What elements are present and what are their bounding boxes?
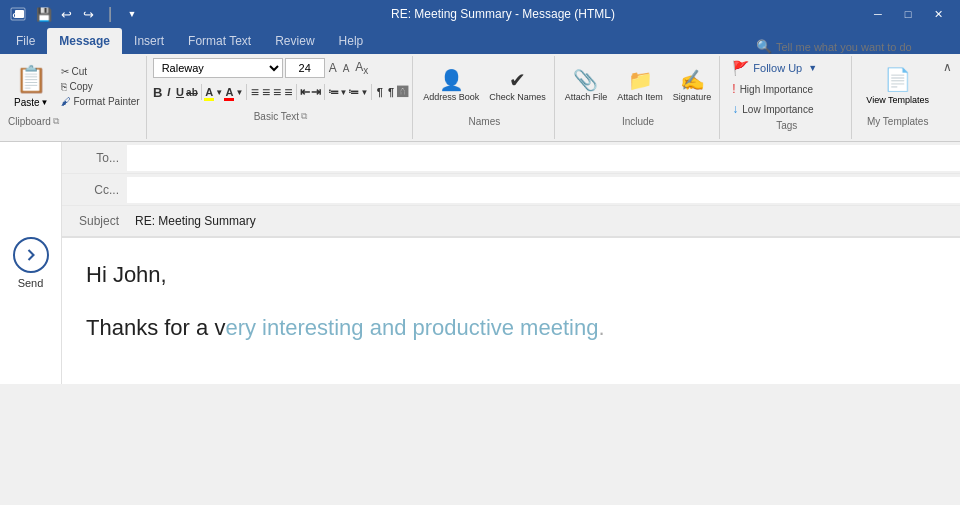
follow-up-dropdown[interactable]: ▼ (808, 63, 817, 73)
quick-access-toolbar: 💾 ↩ ↪ | ▼ (34, 4, 142, 24)
signature-icon: ✍ (680, 70, 705, 90)
cc-input[interactable] (127, 177, 960, 203)
check-names-icon: ✔ (509, 70, 526, 90)
check-names-label: Check Names (489, 92, 546, 102)
names-label: Names (419, 114, 550, 128)
copy-button[interactable]: ⎘ Copy (59, 80, 142, 93)
email-body[interactable]: Hi John, Thanks for a very interesting a… (62, 238, 960, 384)
highlight-bar (204, 98, 214, 101)
paste-dropdown-icon[interactable]: ▼ (41, 98, 49, 107)
clear-all-format-btn[interactable]: Ax (353, 58, 370, 78)
high-importance-label: High Importance (740, 84, 813, 95)
align-center-btn[interactable]: ≡ (261, 82, 271, 102)
basic-text-expander[interactable]: ⧉ (301, 111, 307, 122)
clear-format-btn[interactable]: 🅰 (397, 82, 408, 102)
underline-button[interactable]: U (175, 82, 185, 102)
low-importance-icon: ↓ (732, 102, 738, 116)
follow-up-button[interactable]: 🚩 Follow Up ▼ (726, 58, 847, 78)
cut-button[interactable]: ✂ Cut (59, 65, 142, 78)
cc-label[interactable]: Cc... (62, 183, 127, 197)
tab-help[interactable]: Help (327, 28, 376, 54)
undo-quick-btn[interactable]: ↩ (56, 4, 76, 24)
clipboard-label: Clipboard ⧉ (8, 114, 59, 128)
font-size-decrease-btn[interactable]: A (341, 61, 352, 76)
send-icon (13, 237, 49, 273)
align-right-btn[interactable]: ≡ (272, 82, 282, 102)
tab-message[interactable]: Message (47, 28, 122, 54)
subject-value[interactable]: RE: Meeting Summary (127, 208, 960, 234)
signature-button[interactable]: ✍ Signature (669, 58, 716, 114)
bold-button[interactable]: B (153, 82, 163, 102)
address-book-icon: 👤 (439, 70, 464, 90)
numbering-btn[interactable]: ≔ (348, 82, 359, 102)
tab-format-text[interactable]: Format Text (176, 28, 263, 54)
attach-file-button[interactable]: 📎 Attach File (561, 58, 612, 114)
ribbon-collapse-btn[interactable]: ∧ (943, 60, 952, 74)
view-templates-label: View Templates (866, 95, 929, 105)
font-color-dropdown[interactable]: ▼ (235, 82, 243, 102)
address-book-label: Address Book (423, 92, 479, 102)
title-bar: O 💾 ↩ ↪ | ▼ RE: Meeting Summary - Messag… (0, 0, 960, 28)
clipboard-expander[interactable]: ⧉ (53, 116, 59, 127)
check-names-button[interactable]: ✔ Check Names (485, 58, 550, 114)
minimize-btn[interactable]: ─ (864, 0, 892, 28)
bullets-btn[interactable]: ≔ (328, 82, 339, 102)
to-input[interactable] (127, 145, 960, 171)
to-label[interactable]: To... (62, 151, 127, 165)
font-size-input[interactable] (285, 58, 325, 78)
tags-label: Tags (726, 118, 847, 132)
highlight-button[interactable]: A (204, 82, 214, 102)
customize-quick-btn[interactable]: ▼ (122, 4, 142, 24)
clipboard-items: ✂ Cut ⎘ Copy 🖌 Format Painter (59, 65, 142, 108)
address-book-button[interactable]: 👤 Address Book (419, 58, 483, 114)
font-size-increase-btn[interactable]: A (327, 59, 339, 77)
tab-insert[interactable]: Insert (122, 28, 176, 54)
low-importance-button[interactable]: ↓ Low Importance (726, 100, 847, 118)
font-color-icon: A (225, 86, 233, 98)
format-row: B I U ab A ▼ A ▼ ≡ ≡ ≡ ≡ (153, 82, 409, 102)
font-family-select[interactable]: Raleway Calibri Arial Times New Roman (153, 58, 283, 78)
paste-button[interactable]: 📋 Paste ▼ (8, 58, 55, 114)
send-button[interactable]: Send (0, 142, 62, 384)
my-templates-group: 📄 View Templates My Templates (854, 56, 941, 139)
font-color-button[interactable]: A (224, 82, 234, 102)
rtl-btn[interactable]: ¶ (375, 82, 385, 102)
format-painter-button[interactable]: 🖌 Format Painter (59, 95, 142, 108)
body-text-teal: ery interesting and productive meeting (225, 315, 598, 340)
my-templates-label: My Templates (858, 114, 937, 128)
bullets-dropdown[interactable]: ▼ (340, 82, 348, 102)
outlook-icon: O (8, 4, 28, 24)
indent-increase-btn[interactable]: ⇥ (311, 82, 321, 102)
high-importance-icon: ! (732, 82, 735, 96)
basic-text-label: Basic Text ⧉ (153, 109, 409, 123)
attach-file-icon: 📎 (573, 70, 598, 90)
body-text-suffix: . (598, 315, 604, 340)
save-quick-btn[interactable]: 💾 (34, 4, 54, 24)
paint-brush-icon: 🖌 (61, 96, 71, 107)
basic-text-group: Raleway Calibri Arial Times New Roman A … (149, 56, 414, 139)
window-title: RE: Meeting Summary - Message (HTML) (142, 7, 864, 21)
tab-file[interactable]: File (4, 28, 47, 54)
italic-button[interactable]: I (164, 82, 174, 102)
attach-item-button[interactable]: 📁 Attach Item (613, 58, 667, 114)
copy-icon: ⎘ (61, 81, 67, 92)
redo-quick-btn[interactable]: ↪ (78, 4, 98, 24)
tell-me-bar[interactable]: 🔍 (756, 39, 956, 54)
view-templates-button[interactable]: 📄 View Templates (858, 58, 937, 114)
high-importance-button[interactable]: ! High Importance (726, 80, 847, 98)
align-left-btn[interactable]: ≡ (250, 82, 260, 102)
tab-review[interactable]: Review (263, 28, 326, 54)
maximize-btn[interactable]: □ (894, 0, 922, 28)
indent-decrease-btn[interactable]: ⇤ (300, 82, 310, 102)
email-compose: Send To... Cc... Subject RE: Meeting Sum… (0, 142, 960, 384)
close-btn[interactable]: ✕ (924, 0, 952, 28)
separator-quick: | (100, 4, 120, 24)
tell-me-input[interactable] (776, 41, 956, 53)
title-bar-left: O 💾 ↩ ↪ | ▼ (8, 4, 142, 24)
strikethrough-button[interactable]: ab (186, 82, 198, 102)
highlight-dropdown[interactable]: ▼ (215, 82, 223, 102)
justify-btn[interactable]: ≡ (283, 82, 293, 102)
body-line-2: Thanks for a very interesting and produc… (86, 311, 936, 344)
numbering-dropdown[interactable]: ▼ (360, 82, 368, 102)
ltr-btn[interactable]: ¶ (386, 82, 396, 102)
